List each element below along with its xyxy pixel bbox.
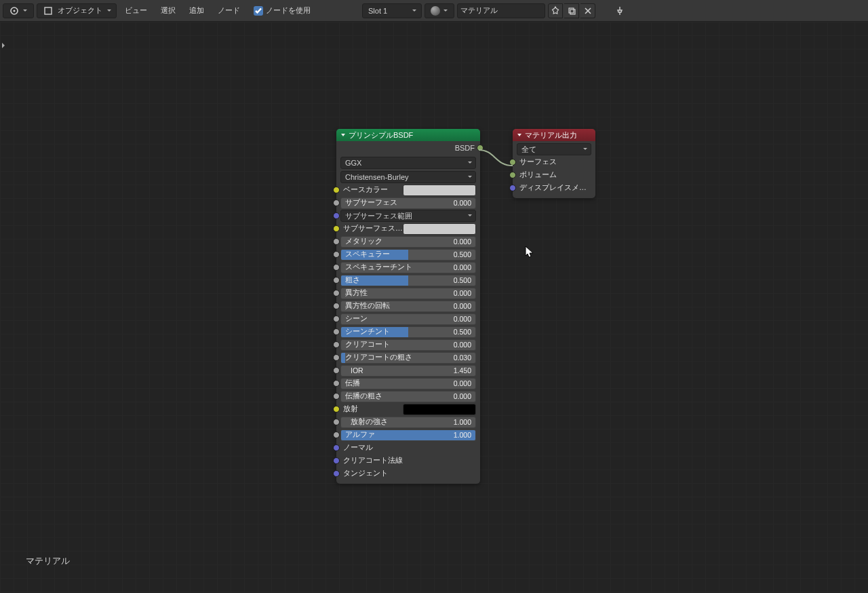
menu-add[interactable]: 追加 xyxy=(184,3,210,18)
collapse-icon[interactable] xyxy=(517,132,522,138)
subsurface-radius-row: サブサーフェス範囲 xyxy=(340,210,476,222)
emission-strength-slider[interactable]: 放射の強さ 1.000 xyxy=(340,417,476,428)
socket-surface[interactable] xyxy=(509,159,516,166)
pin-button[interactable] xyxy=(609,3,631,18)
material-actions xyxy=(548,3,595,18)
socket-roughness[interactable] xyxy=(333,277,340,284)
sheen-slider[interactable]: シーン 0.000 xyxy=(340,313,476,325)
socket-aniso[interactable] xyxy=(333,290,340,296)
subsurface-slider[interactable]: サブサーフェス 0.000 xyxy=(340,197,476,209)
collapse-icon[interactable] xyxy=(340,132,346,138)
surface-label: サーフェス xyxy=(517,157,591,167)
socket-transmission[interactable] xyxy=(333,380,340,387)
emission-strength-row: 放射の強さ 1.000 xyxy=(340,416,476,428)
socket-ior[interactable] xyxy=(333,367,340,374)
use-nodes-toggle[interactable]: ノードを使用 xyxy=(248,3,316,18)
sss-color-well[interactable] xyxy=(403,223,476,235)
socket-aniso-rot[interactable] xyxy=(333,303,340,309)
roughness-slider[interactable]: 粗さ 0.500 xyxy=(340,275,476,286)
material-browse-icon[interactable] xyxy=(425,3,454,18)
menu-select[interactable]: 選択 xyxy=(155,3,181,18)
sss-radius-drop[interactable]: サブサーフェス範囲 xyxy=(340,210,476,222)
socket-metallic[interactable] xyxy=(333,238,340,245)
socket-spectint[interactable] xyxy=(333,264,340,271)
sheen-tint-slider[interactable]: シーンチント 0.500 xyxy=(340,326,476,338)
editor-type-icon[interactable] xyxy=(3,3,34,18)
socket-trans-rough[interactable] xyxy=(333,393,340,400)
bsdf-title-label: プリンシプルBSDF xyxy=(349,130,413,140)
fake-user-button[interactable] xyxy=(548,3,563,18)
socket-sss-color[interactable] xyxy=(333,225,340,232)
slot-dropdown[interactable]: Slot 1 xyxy=(362,3,422,18)
socket-volume[interactable] xyxy=(509,172,516,178)
clearcoat-rough-slider[interactable]: クリアコートの粗さ 0.030 xyxy=(340,352,476,364)
socket-sheen-tint[interactable] xyxy=(333,328,340,335)
socket-sss-radius[interactable] xyxy=(333,212,340,219)
checkbox-icon xyxy=(254,6,263,16)
normal-row: ノーマル xyxy=(340,442,476,454)
material-name-field[interactable]: マテリアル xyxy=(457,3,545,18)
specular-tint-slider[interactable]: スペキュラーチント 0.000 xyxy=(340,262,476,273)
sss-method-dropdown[interactable]: Christensen-Burley xyxy=(340,171,476,183)
anisotropic-slider[interactable]: 異方性 0.000 xyxy=(340,288,476,299)
toolbar-expand-icon[interactable] xyxy=(0,39,7,52)
cc-normal-label: クリアコート法線 xyxy=(340,456,476,465)
anisotropic-row: 異方性 0.000 xyxy=(340,287,476,299)
material-output-node[interactable]: マテリアル出力 全て サーフェス ボリューム ディスプレイスメント xyxy=(513,129,595,198)
menu-node[interactable]: ノード xyxy=(212,3,245,18)
emission-color-well[interactable] xyxy=(403,404,476,415)
roughness-row: 粗さ 0.500 xyxy=(340,274,476,286)
specular-row: スペキュラー 0.500 xyxy=(340,248,476,261)
bsdf-output-row: BSDF xyxy=(340,141,476,155)
menu-view[interactable]: ビュー xyxy=(119,3,153,18)
bsdf-output-socket[interactable] xyxy=(477,145,484,151)
output-target-dropdown[interactable]: 全て xyxy=(517,143,591,155)
socket-sheen[interactable] xyxy=(333,315,340,322)
unlink-button[interactable] xyxy=(580,3,595,18)
use-nodes-label: ノードを使用 xyxy=(266,5,311,16)
base-color-well[interactable] xyxy=(403,185,476,196)
node-title[interactable]: プリンシプルBSDF xyxy=(336,129,480,141)
ior-slider[interactable]: IOR 1.450 xyxy=(340,365,476,377)
ior-row: IOR 1.450 xyxy=(340,364,476,377)
socket-base-color[interactable] xyxy=(333,187,340,193)
surface-input-row: サーフェス xyxy=(517,156,591,168)
tangent-row: タンジェント xyxy=(340,467,476,480)
distribution-label: GGX xyxy=(345,159,361,167)
socket-alpha[interactable] xyxy=(333,432,340,438)
alpha-slider[interactable]: アルファ 1.000 xyxy=(340,429,476,441)
socket-cc-normal[interactable] xyxy=(333,457,340,464)
socket-emission[interactable] xyxy=(333,406,340,413)
mode-dropdown[interactable]: オブジェクト xyxy=(37,3,117,18)
socket-subsurface[interactable] xyxy=(333,199,340,206)
output-node-title: マテリアル出力 xyxy=(525,130,577,140)
svg-rect-4 xyxy=(570,9,575,14)
output-node-titlebar[interactable]: マテリアル出力 xyxy=(513,129,595,141)
anisotropic-rot-slider[interactable]: 異方性の回転 0.000 xyxy=(340,301,476,312)
specular-slider[interactable]: スペキュラー 0.500 xyxy=(340,249,476,261)
sss-method-label: Christensen-Burley xyxy=(345,173,409,181)
socket-normal[interactable] xyxy=(333,444,340,451)
metallic-slider[interactable]: メタリック 0.000 xyxy=(340,236,476,248)
principled-bsdf-node[interactable]: プリンシプルBSDF BSDF GGX Christensen-Burley ベ… xyxy=(336,129,480,484)
duplicate-button[interactable] xyxy=(564,3,579,18)
socket-displacement[interactable] xyxy=(509,185,516,191)
socket-tangent[interactable] xyxy=(333,470,340,477)
clearcoat-slider[interactable]: クリアコート 0.000 xyxy=(340,339,476,351)
clearcoat-rough-row: クリアコートの粗さ 0.030 xyxy=(340,351,476,364)
mode-label: オブジェクト xyxy=(58,5,102,16)
tangent-label: タンジェント xyxy=(340,469,476,478)
base-color-label: ベースカラー xyxy=(340,185,403,195)
sheen-tint-row: シーンチント 0.500 xyxy=(340,326,476,338)
transmission-rough-row: 伝播の粗さ 0.000 xyxy=(340,390,476,402)
distribution-dropdown[interactable]: GGX xyxy=(340,157,476,169)
clearcoat-normal-row: クリアコート法線 xyxy=(340,455,476,467)
socket-cc-rough[interactable] xyxy=(333,354,340,361)
socket-emit-strength[interactable] xyxy=(333,419,340,425)
transmission-rough-slider[interactable]: 伝播の粗さ 0.000 xyxy=(340,391,476,402)
transmission-slider[interactable]: 伝播 0.000 xyxy=(340,378,476,389)
transmission-row: 伝播 0.000 xyxy=(340,377,476,389)
socket-specular[interactable] xyxy=(333,251,340,258)
socket-clearcoat[interactable] xyxy=(333,341,340,348)
sheen-row: シーン 0.000 xyxy=(340,313,476,325)
